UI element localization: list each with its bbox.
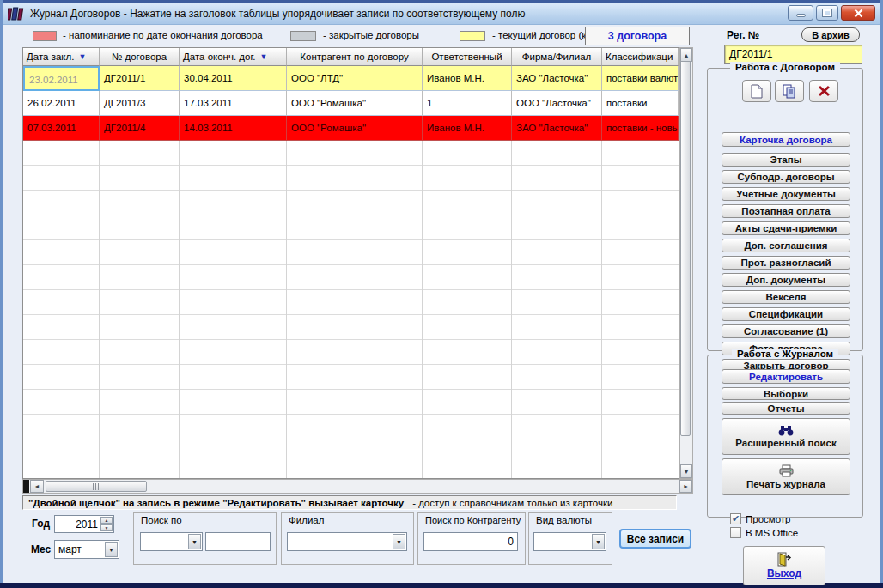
table-cell[interactable]: 17.03.2011	[180, 91, 287, 116]
table-cell[interactable]: ООО "Ромашка"	[287, 116, 423, 141]
scroll-right-icon[interactable]: ►	[679, 480, 692, 493]
spin-down-icon[interactable]: ▼	[100, 524, 113, 531]
table-cell[interactable]: ДГ2011/1	[100, 66, 180, 91]
table-row-reminder[interactable]: 07.03.2011 ДГ2011/4 14.03.2011 ООО "Рома…	[23, 116, 679, 141]
print-journal-button[interactable]: Печать журнала	[722, 458, 850, 495]
month-label: Мес	[31, 543, 51, 555]
sort-desc-icon: ▼	[78, 52, 86, 61]
disagreement-protocols-button[interactable]: Прот. разногласий	[722, 256, 850, 270]
vertical-scroll-thumb[interactable]	[680, 48, 691, 436]
contract-card-button[interactable]: Карточка договора	[722, 132, 850, 147]
binoculars-icon	[777, 425, 795, 436]
current-cell[interactable]: 23.02.2011	[23, 66, 100, 91]
chevron-down-icon[interactable]: ▼	[393, 534, 405, 549]
table-cell[interactable]: поставки валют	[602, 66, 679, 91]
maximize-button[interactable]	[816, 5, 838, 21]
records-count-badge: 3 договора	[585, 27, 690, 45]
table-cell[interactable]: 30.04.2011	[180, 66, 287, 91]
vertical-scrollbar[interactable]: ▲ ▼	[679, 47, 693, 479]
horizontal-scroll-thumb[interactable]	[46, 481, 147, 492]
table-cell[interactable]: ЗАО "Ласточка"	[512, 66, 602, 91]
msoffice-checkbox-row[interactable]: В MS Office	[730, 527, 798, 538]
new-contract-button[interactable]	[742, 80, 771, 102]
search-by-value	[144, 533, 186, 550]
copy-contract-button[interactable]	[775, 80, 804, 102]
column-header-firm[interactable]: Фирма/Филиал	[512, 48, 602, 66]
preview-checkbox-row[interactable]: Просмотр	[730, 513, 791, 524]
table-cell[interactable]: ООО "ЛТД"	[287, 66, 423, 91]
year-stepper[interactable]: ▲ ▼	[54, 515, 114, 533]
chevron-down-icon[interactable]: ▼	[105, 542, 118, 557]
table-cell[interactable]: ООО "Ромашка"	[287, 91, 423, 116]
scroll-up-icon[interactable]: ▲	[680, 48, 692, 62]
table-cell[interactable]: 14.03.2011	[180, 116, 287, 141]
scroll-left-icon[interactable]: ◄	[30, 480, 44, 493]
table-cell[interactable]: Иванов М.Н.	[423, 66, 512, 91]
printer-icon	[778, 464, 795, 477]
chevron-down-icon[interactable]: ▼	[592, 534, 605, 549]
column-header-contract-number[interactable]: № договора	[100, 48, 180, 66]
exit-button[interactable]: Выход	[743, 546, 825, 585]
scroll-down-icon[interactable]: ▼	[680, 464, 692, 478]
year-label: Год	[32, 518, 50, 530]
table-cell[interactable]: ООО "Ласточка"	[512, 91, 602, 116]
table-cell[interactable]: 1	[423, 91, 512, 116]
subcontracts-button[interactable]: Субподр. договоры	[722, 170, 850, 184]
staged-payment-button[interactable]: Поэтапная оплата	[722, 204, 850, 218]
table-cell[interactable]: ЗАО "Ласточка"	[512, 116, 602, 141]
column-header-counterparty[interactable]: Контрагент по договору	[287, 48, 423, 66]
preview-checkbox[interactable]	[730, 513, 741, 524]
spin-up-icon[interactable]: ▲	[100, 517, 113, 524]
edit-button[interactable]: Редактировать	[722, 369, 850, 384]
table-cell[interactable]: Иванов М.Н.	[423, 116, 512, 141]
titlebar[interactable]: Журнал Договоров - Нажатие на заголовок …	[3, 3, 880, 25]
promissory-notes-button[interactable]: Векселя	[722, 290, 850, 304]
advanced-search-button[interactable]: Расширенный поиск	[722, 418, 850, 455]
legend-swatch-current	[460, 31, 485, 41]
selections-button[interactable]: Выборки	[722, 387, 850, 400]
contracts-table: Дата закл.▼ № договора Дата оконч. дог.▼…	[22, 47, 679, 479]
splitter-handle[interactable]	[23, 480, 29, 493]
reports-button[interactable]: Отчеты	[722, 402, 850, 415]
stages-button[interactable]: Этапы	[722, 153, 850, 167]
msoffice-checkbox[interactable]	[730, 527, 741, 538]
column-header-classification[interactable]: Классификаци	[602, 48, 679, 66]
specifications-button[interactable]: Спецификации	[722, 307, 850, 321]
counterparty-input[interactable]	[423, 532, 518, 551]
table-row[interactable]: 26.02.2011 ДГ2011/3 17.03.2011 ООО "Рома…	[23, 91, 679, 116]
search-by-select[interactable]: ▼	[140, 532, 203, 551]
month-select[interactable]: март ▼	[54, 540, 119, 559]
client-area: - напоминание по дате окончания договора…	[3, 26, 880, 583]
search-by-input[interactable]	[205, 532, 271, 551]
acceptance-acts-button[interactable]: Акты сдачи-приемки	[722, 221, 850, 235]
horizontal-scrollbar[interactable]: ◄ ►	[22, 479, 693, 494]
additional-docs-button[interactable]: Доп. документы	[722, 273, 850, 287]
column-header-date-end[interactable]: Дата оконч. дог.▼	[180, 48, 287, 66]
delete-contract-button[interactable]	[809, 80, 838, 102]
month-value: март	[58, 541, 103, 558]
table-row-current[interactable]: 23.02.2011 ДГ2011/1 30.04.2011 ООО "ЛТД"…	[23, 66, 679, 91]
advanced-search-label: Расширенный поиск	[735, 438, 837, 448]
table-cell[interactable]: 07.03.2011	[23, 116, 100, 141]
reg-number-field[interactable]: ДГ2011/1	[724, 45, 862, 64]
close-button[interactable]	[841, 5, 875, 21]
currency-select[interactable]: ▼	[533, 532, 606, 551]
table-cell[interactable]: ДГ2011/3	[100, 91, 180, 116]
copy-document-icon	[782, 83, 797, 99]
print-journal-label: Печать журнала	[746, 479, 825, 489]
column-header-date-signed[interactable]: Дата закл.▼	[23, 48, 100, 66]
accounting-docs-button[interactable]: Учетные документы	[722, 187, 850, 201]
branch-select[interactable]: ▼	[287, 532, 407, 551]
reg-number-label: Рег. №	[727, 29, 759, 41]
chevron-down-icon[interactable]: ▼	[188, 534, 201, 549]
table-cell[interactable]: ДГ2011/4	[100, 116, 180, 141]
to-archive-button[interactable]: В архив	[801, 27, 860, 42]
addendums-button[interactable]: Доп. соглашения	[722, 239, 850, 252]
table-cell[interactable]: поставки - новые	[602, 116, 679, 141]
all-records-button[interactable]: Все записи	[619, 529, 691, 549]
approval-button[interactable]: Согласование (1)	[722, 324, 850, 338]
table-cell[interactable]: поставки	[602, 91, 679, 116]
table-cell[interactable]: 26.02.2011	[23, 91, 100, 116]
minimize-button[interactable]	[788, 5, 813, 21]
column-header-responsible[interactable]: Ответственный	[423, 48, 512, 66]
